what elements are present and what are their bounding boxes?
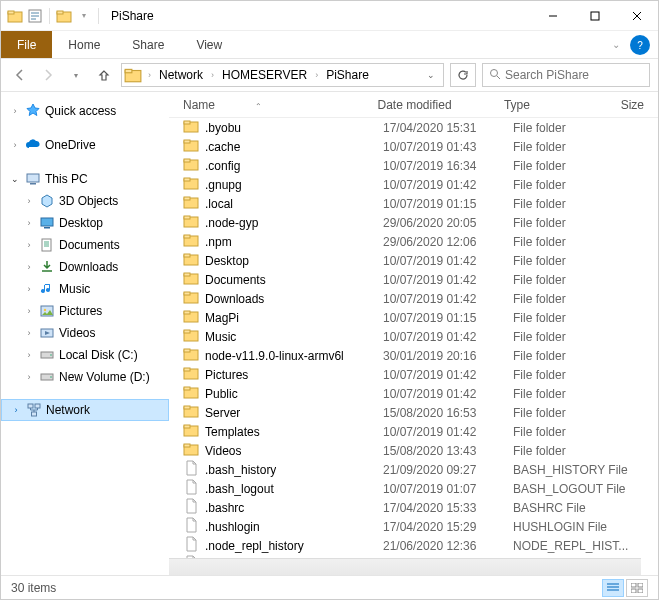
maximize-button[interactable] [574, 1, 616, 31]
chevron-right-icon[interactable]: › [23, 284, 35, 294]
tree-item-3d-objects[interactable]: ›3D Objects [1, 190, 169, 212]
tree-item-music[interactable]: ›Music [1, 278, 169, 300]
tree-this-pc[interactable]: ⌄ This PC [1, 168, 169, 190]
chevron-right-icon[interactable]: › [23, 262, 35, 272]
recent-dropdown[interactable]: ▾ [65, 64, 87, 86]
tab-view[interactable]: View [180, 31, 238, 58]
search-input[interactable] [505, 68, 643, 82]
tree-network[interactable]: › Network [1, 399, 169, 421]
close-button[interactable] [616, 1, 658, 31]
table-row[interactable]: Public10/07/2019 01:42File folder [169, 384, 658, 403]
tree-item-downloads[interactable]: ›Downloads [1, 256, 169, 278]
table-row[interactable]: .node_repl_history21/06/2020 12:36NODE_R… [169, 536, 658, 555]
address-dropdown-icon[interactable]: ⌄ [421, 70, 441, 80]
ribbon-expand-icon[interactable]: ⌄ [606, 31, 626, 58]
chevron-right-icon[interactable]: › [23, 196, 35, 206]
chevron-right-icon[interactable]: › [23, 306, 35, 316]
table-row[interactable]: .bash_logout10/07/2019 01:07BASH_LOGOUT … [169, 479, 658, 498]
chevron-right-icon[interactable]: › [9, 140, 21, 150]
file-name: .bash_logout [205, 482, 274, 496]
table-row[interactable]: Videos15/08/2020 13:43File folder [169, 441, 658, 460]
chevron-right-icon[interactable]: › [23, 350, 35, 360]
file-type: BASH_HISTORY File [513, 463, 633, 477]
svg-rect-25 [184, 121, 190, 124]
table-row[interactable]: .config10/07/2019 16:34File folder [169, 156, 658, 175]
file-date: 10/07/2019 01:42 [383, 387, 513, 401]
table-row[interactable]: .local10/07/2019 01:15File folder [169, 194, 658, 213]
up-button[interactable] [93, 64, 115, 86]
chevron-right-icon[interactable]: › [23, 372, 35, 382]
table-row[interactable]: Downloads10/07/2019 01:42File folder [169, 289, 658, 308]
search-box[interactable] [482, 63, 650, 87]
tree-label: Desktop [59, 216, 103, 230]
tree-item-desktop[interactable]: ›Desktop [1, 212, 169, 234]
tree-item-documents[interactable]: ›Documents [1, 234, 169, 256]
folder-icon [183, 194, 199, 213]
file-date: 10/07/2019 01:42 [383, 178, 513, 192]
table-row[interactable]: node-v11.9.0-linux-armv6l30/01/2019 20:1… [169, 346, 658, 365]
table-row[interactable]: .bash_history21/09/2020 09:27BASH_HISTOR… [169, 460, 658, 479]
forward-button[interactable] [37, 64, 59, 86]
view-thumbnails-button[interactable] [626, 579, 648, 597]
tree-label: Local Disk (C:) [59, 348, 138, 362]
tree-quick-access[interactable]: › Quick access [1, 100, 169, 122]
svg-point-20 [50, 376, 52, 378]
header-date[interactable]: Date modified [378, 98, 504, 112]
chevron-down-icon[interactable]: ⌄ [9, 174, 21, 184]
view-details-button[interactable] [602, 579, 624, 597]
table-row[interactable]: Server15/08/2020 16:53File folder [169, 403, 658, 422]
tab-share[interactable]: Share [116, 31, 180, 58]
chevron-right-icon[interactable]: › [23, 240, 35, 250]
svg-rect-47 [184, 330, 190, 333]
table-row[interactable]: .byobu17/04/2020 15:31File folder [169, 118, 658, 137]
chevron-right-icon[interactable]: › [23, 328, 35, 338]
tree-icon [39, 259, 55, 275]
qat-properties-icon[interactable] [27, 8, 43, 24]
table-row[interactable]: Documents10/07/2019 01:42File folder [169, 270, 658, 289]
tree-item-local-disk-c-[interactable]: ›Local Disk (C:) [1, 344, 169, 366]
tab-file[interactable]: File [1, 31, 52, 58]
horizontal-scrollbar[interactable] [169, 558, 641, 575]
table-row[interactable]: .bashrc17/04/2020 15:33BASHRC File [169, 498, 658, 517]
chevron-right-icon[interactable]: › [10, 405, 22, 415]
table-row[interactable]: MagPi10/07/2019 01:15File folder [169, 308, 658, 327]
crumb-homeserver[interactable]: HOMESERVER [220, 68, 309, 82]
address-bar[interactable]: › Network › HOMESERVER › PiShare ⌄ [121, 63, 444, 87]
chevron-right-icon[interactable]: › [23, 218, 35, 228]
tree-onedrive[interactable]: › OneDrive [1, 134, 169, 156]
chevron-right-icon[interactable]: › [209, 70, 216, 80]
tab-home[interactable]: Home [52, 31, 116, 58]
chevron-right-icon[interactable]: › [313, 70, 320, 80]
table-row[interactable]: .npm29/06/2020 12:06File folder [169, 232, 658, 251]
tree-label: Pictures [59, 304, 102, 318]
table-row[interactable]: .cache10/07/2019 01:43File folder [169, 137, 658, 156]
crumb-pishare[interactable]: PiShare [324, 68, 371, 82]
file-type: File folder [513, 387, 633, 401]
tree-item-videos[interactable]: ›Videos [1, 322, 169, 344]
table-row[interactable]: .gnupg10/07/2019 01:42File folder [169, 175, 658, 194]
table-row[interactable]: .hushlogin17/04/2020 15:29HUSHLOGIN File [169, 517, 658, 536]
back-button[interactable] [9, 64, 31, 86]
crumb-network[interactable]: Network [157, 68, 205, 82]
chevron-right-icon[interactable]: › [146, 70, 153, 80]
header-size[interactable]: Size [621, 98, 658, 112]
refresh-button[interactable] [450, 63, 476, 87]
tree-item-new-volume-d-[interactable]: ›New Volume (D:) [1, 366, 169, 388]
tree-icon [39, 303, 55, 319]
table-row[interactable]: .node-gyp29/06/2020 20:05File folder [169, 213, 658, 232]
minimize-button[interactable] [532, 1, 574, 31]
search-icon [489, 68, 501, 83]
qat-chevron-down-icon[interactable]: ▾ [76, 8, 92, 24]
header-name[interactable]: Name⌃ [183, 98, 378, 112]
help-button[interactable]: ? [630, 35, 650, 55]
chevron-right-icon[interactable]: › [9, 106, 21, 116]
table-row[interactable]: Pictures10/07/2019 01:42File folder [169, 365, 658, 384]
svg-rect-23 [32, 412, 37, 416]
tree-item-pictures[interactable]: ›Pictures [1, 300, 169, 322]
table-row[interactable]: Music10/07/2019 01:42File folder [169, 327, 658, 346]
table-row[interactable]: Templates10/07/2019 01:42File folder [169, 422, 658, 441]
header-type[interactable]: Type [504, 98, 621, 112]
file-icon [183, 498, 199, 517]
table-row[interactable]: Desktop10/07/2019 01:42File folder [169, 251, 658, 270]
file-type: File folder [513, 406, 633, 420]
